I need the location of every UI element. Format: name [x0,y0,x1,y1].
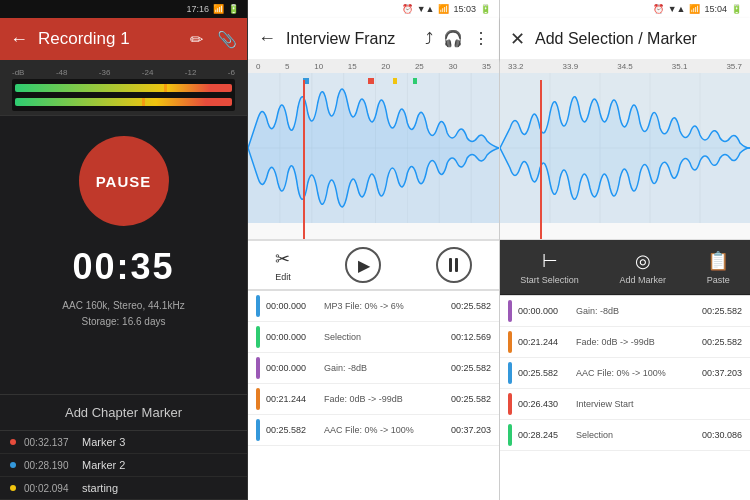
chapter-dot-1 [10,462,16,468]
marker-panel: ⏰ ▼▲ 📶 15:04 🔋 ✕ Add Selection / Marker … [500,0,750,500]
row-color-2-2 [256,357,260,379]
waveform-svg-2 [248,73,499,223]
level-bar-bottom [15,98,232,106]
data-row-3-4[interactable]: 00:28.245 Selection 00:30.086 [500,420,750,451]
info-line2: Storage: 16.6 days [82,316,166,327]
chapter-dot-2 [10,485,16,491]
p3-battery-icon: 🔋 [731,4,742,14]
pause-icon [449,258,458,272]
row-desc-3-4: Selection [576,430,696,440]
p2-back-button[interactable]: ← [258,28,276,49]
p3-signal-icon: ▼▲ [668,4,686,14]
battery-icon: 🔋 [228,4,239,14]
data-row-3-2[interactable]: 00:25.582 AAC File: 0% -> 100% 00:37.203 [500,358,750,389]
row-time-3-2: 00:25.582 [518,368,570,378]
recording-header: ← Recording 1 ✏ 📎 [0,18,247,60]
row-color-2-0 [256,295,260,317]
back-button[interactable]: ← [10,29,28,50]
chapter-time-0: 00:32.137 [24,437,74,448]
row-desc-3-1: Fade: 0dB -> -99dB [576,337,696,347]
row-time-2-0: 00:00.000 [266,301,318,311]
db-label-4: -12 [185,68,197,77]
headphone-icon[interactable]: 🎧 [443,29,463,48]
row-desc-2-3: Fade: 0dB -> -99dB [324,394,445,404]
play-icon: ▶ [358,256,370,275]
pause-button[interactable]: PAUSE [79,136,169,226]
data-row-2-1[interactable]: 00:00.000 Selection 00:12.569 [248,322,499,353]
more-icon[interactable]: ⋮ [473,29,489,48]
p3-close-button[interactable]: ✕ [510,28,525,50]
add-marker-action[interactable]: ◎ Add Marker [619,250,666,285]
play-button[interactable]: ▶ [345,247,381,283]
row-end-3-1: 00:25.582 [702,337,742,347]
edit-icon[interactable]: ✏ [190,30,203,49]
data-row-2-3[interactable]: 00:21.244 Fade: 0dB -> -99dB 00:25.582 [248,384,499,415]
data-row-2-2[interactable]: 00:00.000 Gain: -8dB 00:25.582 [248,353,499,384]
signal-icon: 📶 [213,4,224,14]
row-end-2-3: 00:25.582 [451,394,491,404]
edit-control-icon: ✂ [275,248,290,270]
waveform-timeline-2: 0 5 10 15 20 25 30 35 [248,60,499,73]
row-color-2-4 [256,419,260,441]
waveform-area-2: 0 5 10 15 20 25 30 35 [248,60,499,240]
row-color-3-3 [508,393,512,415]
row-color-2-1 [256,326,260,348]
data-list-3: 00:00.000 Gain: -8dB 00:25.582 00:21.244… [500,295,750,500]
row-desc-2-0: MP3 File: 0% -> 6% [324,301,445,311]
data-row-2-4[interactable]: 00:25.582 AAC File: 0% -> 100% 00:37.203 [248,415,499,446]
data-row-3-0[interactable]: 00:00.000 Gain: -8dB 00:25.582 [500,295,750,327]
db-scale: -dB -48 -36 -24 -12 -6 [12,66,235,79]
chapter-list: 00:32.137 Marker 3 00:28.190 Marker 2 00… [0,430,247,500]
chapter-item-1: 00:28.190 Marker 2 [0,454,247,477]
paste-icon: 📋 [707,250,729,272]
data-list-2: 00:00.000 MP3 File: 0% -> 6% 00:25.582 0… [248,290,499,500]
row-end-2-4: 00:37.203 [451,425,491,435]
db-label-2: -36 [99,68,111,77]
pause-button-2[interactable] [436,247,472,283]
row-color-3-4 [508,424,512,446]
recording-info: AAC 160k, Stereo, 44.1kHz Storage: 16.6 … [62,298,184,330]
db-label-5: -6 [228,68,235,77]
data-row-3-1[interactable]: 00:21.244 Fade: 0dB -> -99dB 00:25.582 [500,327,750,358]
info-line1: AAC 160k, Stereo, 44.1kHz [62,300,184,311]
start-selection-action[interactable]: ⊢ Start Selection [520,250,579,285]
status-time-3: 15:04 [704,4,727,14]
row-end-3-4: 00:30.086 [702,430,742,440]
playback-controls: ✂ Edit ▶ [248,240,499,290]
row-time-2-2: 00:00.000 [266,363,318,373]
chapter-item-2: 00:02.094 starting [0,477,247,500]
data-row-2-0[interactable]: 00:00.000 MP3 File: 0% -> 6% 00:25.582 [248,290,499,322]
marker-title: Add Selection / Marker [535,30,740,48]
edit-control[interactable]: ✂ Edit [275,248,291,282]
row-time-3-1: 00:21.244 [518,337,570,347]
chapter-time-1: 00:28.190 [24,460,74,471]
chapter-name-1: Marker 2 [82,459,125,471]
add-marker-label: Add Marker [619,275,666,285]
db-label-1: -48 [56,68,68,77]
row-desc-2-1: Selection [324,332,445,342]
playhead-3 [540,80,542,239]
row-time-2-3: 00:21.244 [266,394,318,404]
row-color-3-0 [508,300,512,322]
waveform-area-3: 33.2 33.9 34.5 35.1 35.7 [500,60,750,240]
level-bar-top [15,84,232,92]
row-time-2-1: 00:00.000 [266,332,318,342]
chapter-time-2: 00:02.094 [24,483,74,494]
db-label-3: -24 [142,68,154,77]
status-bar-2: ⏰ ▼▲ 📶 15:03 🔋 [248,0,499,18]
chapter-item-0: 00:32.137 Marker 3 [0,431,247,454]
row-time-2-4: 00:25.582 [266,425,318,435]
share-icon[interactable]: ⤴ [425,30,433,48]
row-color-2-3 [256,388,260,410]
level-meter: -dB -48 -36 -24 -12 -6 [0,60,247,116]
paste-action[interactable]: 📋 Paste [707,250,730,285]
data-row-3-3[interactable]: 00:26.430 Interview Start [500,389,750,420]
p3-wifi-icon: 📶 [689,4,700,14]
row-desc-3-3: Interview Start [576,399,736,409]
status-time-1: 17:16 [186,4,209,14]
waveform-svg-3 [500,73,750,223]
row-desc-3-0: Gain: -8dB [576,306,696,316]
add-chapter-button[interactable]: Add Chapter Marker [0,394,247,430]
paperclip-icon[interactable]: 📎 [217,30,237,49]
row-time-3-4: 00:28.245 [518,430,570,440]
